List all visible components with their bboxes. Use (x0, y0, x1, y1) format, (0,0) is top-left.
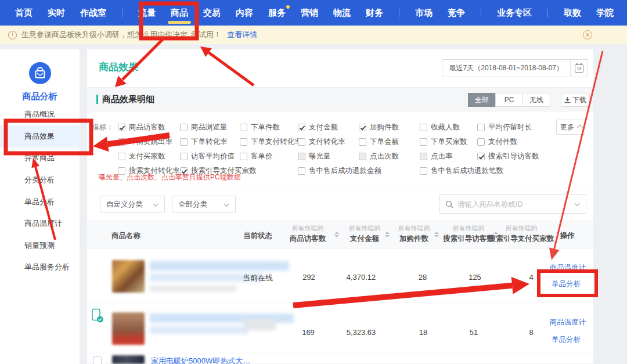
tab-all[interactable]: 全部 (468, 93, 496, 107)
nav-item-traffic[interactable]: 流量 (138, 0, 156, 26)
sort-icon[interactable] (334, 232, 339, 237)
nav-item-business-zone[interactable]: 业务专区 (497, 0, 532, 26)
col-visitors: 所有终端的商品访客数 (290, 224, 326, 244)
nav-item-warroom[interactable]: 作战室 (80, 0, 106, 26)
metric-detail-bounce-rate[interactable]: 详情页跳出率 (118, 137, 172, 146)
checkbox[interactable] (420, 138, 427, 146)
row-checkbox[interactable] (93, 356, 102, 364)
checkbox[interactable] (240, 138, 247, 146)
nav-item-product[interactable]: 商品 (171, 0, 188, 26)
metric-order-conv-rate[interactable]: 下单转化率 (180, 137, 228, 146)
checkbox[interactable] (477, 124, 485, 131)
action-product-thermometer[interactable]: 商品温度计 (550, 263, 586, 273)
chevron-up-icon (577, 124, 583, 130)
checkbox[interactable] (180, 138, 188, 146)
banner-cta[interactable]: 我试用！ (191, 30, 221, 40)
tab-wireless[interactable]: 无线 (522, 93, 550, 107)
nav-divider (547, 9, 548, 17)
metric-click-rate[interactable]: 点击率 (420, 152, 453, 161)
nav-item-academy[interactable]: 学院 (596, 0, 614, 26)
sidebar-item-abnormal-products[interactable]: 异常商品 (0, 147, 80, 169)
metric-cart-adds[interactable]: 加购件数 (359, 122, 399, 132)
checkbox[interactable] (240, 124, 247, 131)
metric-payment-amount[interactable]: 支付金额 (298, 122, 338, 132)
metric-impressions[interactable]: 曝光量 (298, 152, 331, 161)
banner-detail-link[interactable]: 查看详情 (227, 30, 257, 40)
nav-item-market[interactable]: 市场 (415, 0, 433, 26)
checkbox[interactable] (118, 153, 125, 160)
nav-item-competition[interactable]: 竞争 (448, 0, 465, 26)
nav-item-home[interactable]: 首页 (15, 0, 33, 26)
metric-per-customer-price[interactable]: 客单价 (240, 152, 273, 161)
action-single-product-analysis[interactable]: 单品分析 (552, 335, 581, 345)
device-check-icon (91, 308, 104, 323)
checkbox[interactable] (298, 124, 305, 131)
metric-clicks[interactable]: 点击次数 (359, 152, 399, 161)
metric-pay-conv-rate[interactable]: 支付转化率 (298, 137, 345, 146)
metric-pay-buyers[interactable]: 支付买家数 (118, 152, 165, 161)
sidebar-item-product-effect[interactable]: 商品效果 (0, 125, 80, 147)
nav-item-service[interactable]: 服务 (268, 0, 286, 26)
download-button[interactable]: 下载 (561, 93, 590, 107)
metric-favorites[interactable]: 收藏人数 (420, 122, 460, 132)
date-range-picker[interactable]: 最近7天（2018-08-01~2018-08-07） 15 (442, 59, 588, 77)
custom-category-dropdown[interactable]: 自定义分类 (100, 196, 165, 213)
sort-icon[interactable] (385, 232, 390, 237)
action-single-product-analysis[interactable]: 单品分析 (552, 279, 581, 289)
tab-pc[interactable]: PC (495, 93, 523, 107)
product-search-box[interactable] (439, 194, 586, 214)
nav-item-logistics[interactable]: 物流 (333, 0, 351, 26)
checkbox[interactable] (359, 153, 366, 160)
checkbox[interactable] (359, 138, 366, 146)
checkbox[interactable] (298, 138, 305, 146)
sidebar-item-single-product-service[interactable]: 单品服务分析 (0, 256, 80, 278)
metric-refund-count[interactable]: 售中售后成功退款笔数 (420, 166, 503, 175)
checkbox[interactable] (420, 167, 427, 175)
col-payment: 所有终端的支付金额 (349, 224, 381, 244)
checkbox[interactable] (298, 167, 305, 175)
checkbox[interactable] (118, 124, 125, 131)
more-button[interactable]: 更多 (556, 120, 585, 135)
checkbox[interactable] (180, 153, 188, 160)
sidebar-item-single-product-analysis[interactable]: 单品分析 (0, 191, 80, 213)
metric-order-buyers[interactable]: 下单买家数 (420, 137, 467, 146)
metric-order-amount[interactable]: 下单金额 (359, 137, 399, 146)
all-category-dropdown[interactable]: 全部分类 (172, 196, 236, 213)
metric-order-items[interactable]: 下单件数 (240, 122, 280, 132)
search-buyers-cell: 4 (529, 273, 533, 282)
metric-product-views[interactable]: 商品浏览量 (180, 122, 228, 132)
metric-visitor-avg-value[interactable]: 访客平均价值 (180, 152, 235, 161)
metric-product-visitors[interactable]: 商品访客数 (118, 122, 165, 132)
checkbox[interactable] (298, 153, 305, 160)
checkbox[interactable] (477, 138, 485, 146)
nav-item-finance[interactable]: 财务 (366, 0, 383, 26)
search-input[interactable] (457, 200, 572, 208)
nav-item-trade[interactable]: 交易 (203, 0, 221, 26)
metric-refund-amount[interactable]: 售中售后成功退款金额 (298, 166, 381, 175)
nav-item-realtime[interactable]: 实时 (48, 0, 65, 26)
sidebar-item-category-analysis[interactable]: 分类分析 (0, 169, 80, 191)
sidebar-item-product-overview[interactable]: 商品概况 (0, 103, 80, 125)
metric-pay-items[interactable]: 支付件数 (477, 137, 517, 146)
checkbox[interactable] (240, 153, 247, 160)
metric-order-pay-conv-rate[interactable]: 下单支付转化率 (240, 137, 302, 146)
sort-icon[interactable] (493, 232, 498, 237)
product-name-link[interactable]: 家用电暖炉5000W即热式大… (151, 356, 250, 364)
checkbox[interactable] (420, 124, 427, 131)
checkbox[interactable] (180, 124, 188, 131)
checkbox[interactable] (359, 124, 366, 131)
nav-item-content[interactable]: 内容 (236, 0, 253, 26)
metric-avg-stay-time[interactable]: 平均停留时长 (477, 122, 532, 132)
nav-item-marketing[interactable]: 营销 (301, 0, 318, 26)
nav-item-data-fetch[interactable]: 取数 (564, 0, 581, 26)
checkbox[interactable] (420, 153, 427, 160)
close-icon[interactable]: ✕ (583, 30, 592, 39)
checkbox[interactable] (477, 153, 485, 160)
sidebar-item-product-thermometer[interactable]: 商品温度计 (0, 212, 80, 235)
calendar-icon[interactable]: 15 (570, 60, 588, 77)
metric-search-guided-visitors[interactable]: 搜索引导访客数 (477, 152, 539, 161)
sidebar-item-sales-forecast[interactable]: 销量预测 (0, 235, 80, 257)
sort-icon[interactable] (434, 232, 439, 237)
action-product-thermometer[interactable]: 商品温度计 (550, 318, 586, 327)
checkbox[interactable] (118, 138, 125, 146)
